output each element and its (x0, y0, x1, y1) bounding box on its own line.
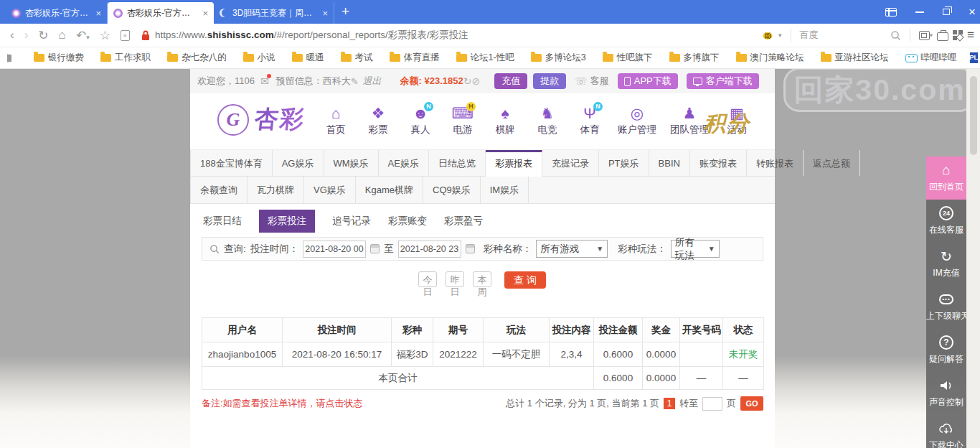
current-page-badge[interactable]: 1 (664, 398, 675, 409)
tab-balance-query[interactable]: 余额查询 (190, 177, 248, 203)
bookmark-folder[interactable]: 亚游社区论坛 (821, 52, 889, 64)
customer-service-link[interactable]: ☏客服 (575, 75, 609, 88)
tab-vg[interactable]: VG娱乐 (304, 177, 356, 203)
recharge-button[interactable]: 充值 (494, 73, 527, 89)
sidebar-faq[interactable]: ? 疑问解答 (926, 329, 966, 372)
query-button[interactable]: 查 询 (504, 271, 546, 289)
date-to-input[interactable] (398, 241, 461, 258)
scrollbar-thumb[interactable] (970, 76, 977, 155)
goto-page-input[interactable] (702, 397, 722, 411)
sidebar-im-recharge[interactable]: ↻ IM充值 (926, 243, 966, 286)
tab-transfer[interactable]: 转账报表 (747, 150, 804, 176)
close-window-button[interactable]: × (969, 6, 976, 18)
nav-home[interactable]: ⌂首页 (321, 105, 350, 136)
client-download-button[interactable]: 客户端下载 (687, 73, 759, 89)
tab-188[interactable]: 188金宝博体育 (190, 150, 273, 176)
search-input[interactable]: 百度 (800, 29, 886, 42)
tab-account-change[interactable]: 账变报表 (690, 150, 747, 176)
week-button[interactable]: 本周 (473, 271, 491, 287)
nav-esports[interactable]: ♞电竞 (533, 105, 562, 136)
subtab-lottery-bets-active[interactable]: 彩票投注 (259, 210, 315, 233)
nav-sports[interactable]: ΨN体育 (575, 105, 604, 136)
bookmark-folder[interactable]: 暖通 (292, 52, 324, 64)
new-tab-button[interactable]: + (341, 4, 349, 19)
subtab-profit-loss[interactable]: 彩票盈亏 (444, 215, 483, 228)
nav-account[interactable]: ◎账户管理 (618, 105, 656, 136)
bookmark-folder[interactable]: 考试 (341, 52, 373, 64)
bookmark-folder[interactable]: 工作求职 (100, 52, 151, 64)
home-icon[interactable]: ⌂ (59, 28, 66, 42)
cell-status-link[interactable]: 未开奖 (723, 342, 764, 367)
back-icon[interactable]: ‹ (10, 28, 14, 42)
minimize-button[interactable] (915, 11, 924, 13)
lottery-select[interactable]: 所有游戏▼ (536, 240, 608, 258)
bookmark-folder[interactable]: 小说 (243, 52, 275, 64)
browser-tab-1[interactable]: 杏彩娱乐-官方网站 × (6, 2, 108, 24)
tab-close-icon[interactable]: × (322, 8, 328, 19)
refresh-balance-icon[interactable]: ↻ (463, 75, 472, 87)
browser-tab-3[interactable]: 3D胆码王竞赛｜周奖388元 × (214, 2, 334, 24)
calendar-icon[interactable] (370, 244, 380, 253)
tab-ae[interactable]: AE娱乐 (379, 150, 429, 176)
tab-wali[interactable]: 瓦力棋牌 (248, 177, 304, 203)
today-button[interactable]: 今日 (418, 271, 437, 287)
search-engine-dropdown-icon[interactable]: ▾ (778, 32, 782, 39)
page-scrollbar[interactable] (966, 69, 980, 448)
downloads-briefcase-icon[interactable] (937, 30, 948, 41)
tab-pt[interactable]: PT娱乐 (599, 150, 649, 176)
tab-wm[interactable]: WM娱乐 (324, 150, 379, 176)
bookmark-folder[interactable]: 论坛1-性吧 (456, 52, 514, 64)
sidebar-download-center[interactable]: 下载中心 (926, 415, 966, 448)
subtab-lottery-daily[interactable]: 彩票日结 (203, 215, 242, 228)
hide-balance-icon[interactable]: ⊘ (472, 75, 481, 87)
menu-icon[interactable]: ≡ (967, 28, 974, 42)
restore-button[interactable] (943, 9, 950, 15)
date-from-input[interactable] (303, 241, 366, 258)
bookmark-folder[interactable]: 多博论坛3 (531, 52, 586, 64)
bookmarks-panel-icon[interactable] (7, 54, 9, 62)
subtab-lottery-changes[interactable]: 彩票账变 (388, 215, 427, 228)
browser-tab-2-active[interactable]: 杏彩娱乐-官方网站 × (108, 2, 214, 24)
points-label[interactable]: 积分 (704, 109, 751, 139)
logout-link[interactable]: 退出 (363, 75, 382, 88)
play-select[interactable]: 所有玩法▼ (671, 240, 720, 258)
nav-team[interactable]: ♟团队管理 (670, 105, 709, 136)
sidebar-back-home[interactable]: ⌂ 回到首页 (926, 157, 966, 200)
history-undo-icon[interactable]: ↶▾ (76, 28, 90, 43)
tab-close-icon[interactable]: × (95, 8, 101, 19)
bookmark-bilibili[interactable]: 哔哩哔哩 (905, 52, 957, 64)
bookmark-folder[interactable]: 性吧旗下 (603, 52, 653, 64)
tab-ag[interactable]: AG娱乐 (273, 150, 324, 176)
screenshot-icon[interactable]: ▾ (919, 31, 933, 40)
reload-icon[interactable]: ↻ (38, 28, 48, 43)
tab-close-icon[interactable]: × (202, 8, 208, 19)
nav-live-casino[interactable]: ☻N真人 (406, 105, 435, 136)
sidebar-chat[interactable]: ••• 上下级聊天 (926, 286, 966, 329)
nav-egames[interactable]: ⌨H电游 (448, 105, 477, 136)
tab-rebate[interactable]: 返点总额 (804, 150, 860, 176)
nav-cards[interactable]: ♠棋牌 (491, 105, 519, 136)
tab-daily[interactable]: 日结总览 (429, 150, 486, 176)
bookmark-pl[interactable]: PL (970, 52, 979, 63)
tab-kgame[interactable]: Kgame棋牌 (356, 177, 423, 203)
site-logo[interactable]: G 杏彩 (217, 103, 305, 136)
forward-icon[interactable]: › (24, 28, 29, 42)
yesterday-button[interactable]: 昨日 (446, 271, 464, 287)
url-field[interactable]: https://www.shishissc.com/#/report/perso… (141, 29, 762, 42)
apps-grid-icon[interactable] (953, 30, 963, 40)
tab-lottery-report-active[interactable]: 彩票报表 (486, 150, 542, 177)
app-download-button[interactable]: APP下载 (618, 73, 678, 89)
go-button[interactable]: GO (740, 396, 763, 411)
reading-list-icon[interactable]: ≡ (121, 30, 130, 41)
bookmark-folder[interactable]: 多博旗下 (669, 52, 720, 64)
withdraw-button[interactable]: 提款 (533, 73, 566, 89)
layout-icon[interactable] (885, 8, 897, 17)
bookmark-folder[interactable]: 澳门策略论坛 (736, 52, 804, 64)
bee-icon[interactable] (762, 30, 774, 40)
calendar-icon[interactable] (466, 244, 475, 253)
tab-cq9[interactable]: CQ9娱乐 (423, 177, 481, 203)
nav-lottery[interactable]: ❖彩票 (364, 105, 392, 136)
edit-icon[interactable]: ✎ (351, 76, 359, 87)
tab-bbin[interactable]: BBIN (649, 150, 690, 176)
mail-icon[interactable]: ✉ (260, 75, 269, 87)
